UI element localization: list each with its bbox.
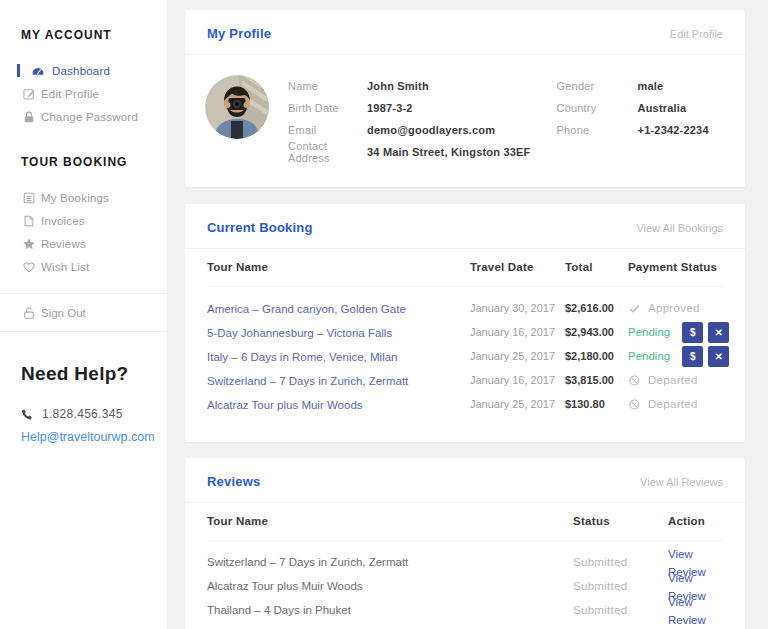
sidebar-item-my-bookings[interactable]: My Bookings [0, 186, 167, 209]
review-status: Submitted [573, 556, 668, 568]
field-value: male [638, 80, 664, 92]
sidebar-item-label: Invoices [41, 215, 85, 227]
status-badge: Departed [628, 374, 698, 387]
booking-total: $2,616.00 [565, 302, 628, 314]
tour-link[interactable]: Alcatraz Tour plus Muir Woods [207, 399, 363, 411]
travel-date: January 30, 2017 [470, 302, 565, 314]
sidebar-item-label: Change Password [41, 111, 138, 123]
need-help-title: Need Help? [21, 363, 167, 385]
lock-icon [22, 110, 36, 124]
tour-link[interactable]: 5-Day Johannesburg – Victoria Falls [207, 327, 392, 339]
help-phone-number: 1.828.456.345 [42, 407, 123, 421]
column-header-action: Action [668, 515, 723, 527]
view-review-link[interactable]: View Review [668, 596, 706, 626]
status-badge: Approved [628, 302, 700, 315]
sidebar: MY ACCOUNT Dashboard Edit Profile Change… [0, 0, 167, 629]
section-title-my-account: MY ACCOUNT [21, 28, 167, 42]
sidebar-item-wish-list[interactable]: Wish List [0, 255, 167, 278]
column-header-payment-status: Payment Status [628, 261, 723, 273]
field-value: 1987-3-2 [367, 102, 413, 114]
edit-profile-link[interactable]: Edit Profile [670, 28, 723, 40]
table-row: Alcatraz Tour plus Muir Woods Submitted … [207, 574, 723, 598]
divider [0, 331, 167, 332]
bookings-icon [22, 191, 36, 205]
review-status: Submitted [573, 604, 668, 616]
field-label: Contact Address [288, 140, 367, 164]
sidebar-item-change-password[interactable]: Change Password [0, 105, 167, 128]
sidebar-item-label: Reviews [41, 238, 86, 250]
sidebar-item-label: Dashboard [52, 65, 110, 77]
pay-button[interactable]: $ [682, 322, 703, 343]
booking-total: $2,180.00 [565, 350, 628, 362]
view-all-bookings-link[interactable]: View All Bookings [636, 222, 723, 234]
field-label: Gender [557, 80, 638, 92]
field-value: John Smith [367, 80, 429, 92]
table-row: Thailand – 4 Days in Phuket Submitted Vi… [207, 598, 723, 622]
phone-icon [21, 408, 34, 421]
booking-total: $3,815.00 [565, 374, 628, 386]
sign-out-button[interactable]: Sign Out [0, 294, 167, 331]
tour-link[interactable]: Switzerland – 7 Days in Zurich, Zermatt [207, 375, 408, 387]
view-all-reviews-link[interactable]: View All Reviews [640, 476, 723, 488]
sidebar-item-label: My Bookings [41, 192, 109, 204]
check-icon [628, 302, 641, 315]
booking-total: $130.80 [565, 398, 628, 410]
main-content: My Profile Edit Profile [185, 0, 745, 629]
heart-icon [22, 260, 36, 274]
ban-icon [628, 398, 641, 411]
tour-link[interactable]: Italy – 6 Days in Rome, Venice, Milan [207, 351, 397, 363]
sidebar-item-label: Edit Profile [41, 88, 99, 100]
ban-icon [628, 374, 641, 387]
current-booking-card: Current Booking View All Bookings Tour N… [185, 204, 745, 442]
table-row: America – Grand canyon, Golden Gate Janu… [207, 296, 723, 320]
sign-out-label: Sign Out [41, 307, 86, 319]
field-label: Email [288, 124, 367, 136]
star-icon [22, 237, 36, 251]
review-status: Submitted [573, 580, 668, 592]
column-header-tour-name: Tour Name [207, 515, 573, 527]
active-indicator [17, 64, 20, 77]
invoice-icon [22, 214, 36, 228]
booking-total: $2,943.00 [565, 326, 628, 338]
table-row: Switzerland – 7 Days in Zurich, Zermatt … [207, 368, 723, 392]
pencil-icon [22, 87, 36, 101]
sidebar-item-reviews[interactable]: Reviews [0, 232, 167, 255]
pay-button[interactable]: $ [682, 346, 703, 367]
field-value: +1-2342-2234 [638, 124, 709, 136]
sidebar-item-label: Wish List [41, 261, 89, 273]
sidebar-item-dashboard[interactable]: Dashboard [0, 59, 167, 82]
sign-out-icon [22, 306, 36, 320]
status-badge: Pending [628, 350, 670, 362]
table-header: Tour Name Status Action [207, 503, 723, 541]
sidebar-item-edit-profile[interactable]: Edit Profile [0, 82, 167, 105]
my-profile-card: My Profile Edit Profile [185, 10, 745, 187]
sidebar-item-invoices[interactable]: Invoices [0, 209, 167, 232]
column-header-status: Status [573, 515, 668, 527]
table-row: Switzerland – 7 Days in Zurich, Zermatt … [207, 550, 723, 574]
dashboard-icon [31, 64, 45, 78]
field-label: Name [288, 80, 367, 92]
table-header: Tour Name Travel Date Total Payment Stat… [207, 249, 723, 287]
cancel-button[interactable]: ✕ [708, 322, 729, 343]
column-header-tour-name: Tour Name [207, 261, 470, 273]
review-tour-name: Alcatraz Tour plus Muir Woods [207, 580, 573, 592]
review-tour-name: Switzerland – 7 Days in Zurich, Zermatt [207, 556, 573, 568]
field-value: 34 Main Street, Kingston 33EF [367, 146, 531, 158]
section-title-tour-booking: TOUR BOOKING [21, 155, 167, 169]
card-title-my-profile: My Profile [207, 26, 271, 41]
help-email-link[interactable]: Help@traveltourwp.com [21, 430, 167, 444]
cancel-button[interactable]: ✕ [708, 346, 729, 367]
field-label: Phone [557, 124, 638, 136]
travel-date: January 25, 2017 [470, 398, 565, 410]
field-label: Country [557, 102, 638, 114]
table-row: 5-Day Johannesburg – Victoria Falls Janu… [207, 320, 723, 344]
travel-date: January 16, 2017 [470, 374, 565, 386]
tour-link[interactable]: America – Grand canyon, Golden Gate [207, 303, 406, 315]
field-value: Australia [638, 102, 687, 114]
field-label: Birth Date [288, 102, 367, 114]
review-tour-name: Thailand – 4 Days in Phuket [207, 604, 573, 616]
table-row: Italy – 6 Days in Rome, Venice, Milan Ja… [207, 344, 723, 368]
travel-date: January 25, 2017 [470, 350, 565, 362]
status-badge: Pending [628, 326, 670, 338]
travel-date: January 16, 2017 [470, 326, 565, 338]
